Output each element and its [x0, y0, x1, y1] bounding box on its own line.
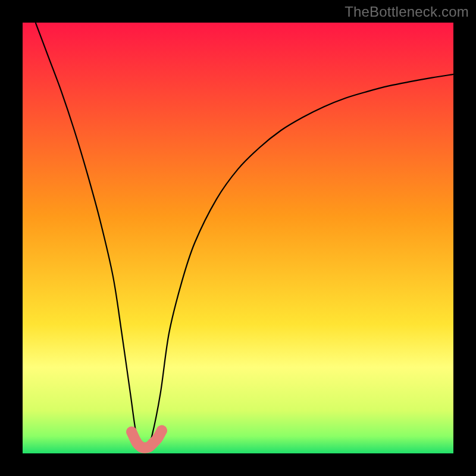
highlight-dot [126, 427, 137, 437]
gradient-background [23, 23, 453, 453]
plot-area [23, 23, 453, 453]
chart-svg [23, 23, 453, 453]
highlight-dot [156, 425, 167, 436]
chart-frame: TheBottleneck.com [0, 0, 476, 476]
watermark-text: TheBottleneck.com [345, 4, 469, 20]
